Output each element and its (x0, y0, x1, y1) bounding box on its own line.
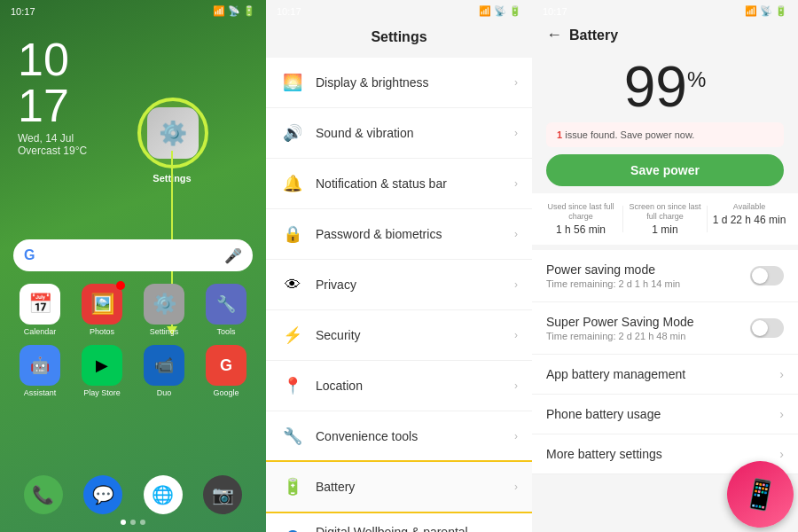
app-tools[interactable]: 🔧 Tools (200, 284, 253, 336)
settings-time: 10:17 (277, 6, 301, 17)
sound-label: Sound & vibration (316, 126, 514, 140)
settings-item-battery[interactable]: 🔋 Battery › Battery (266, 462, 532, 512)
stat-screen: Screen on since last full charge 1 min (623, 202, 707, 236)
display-chevron: › (514, 76, 518, 89)
digital-label: Digital Wellbeing & parental controls (316, 525, 514, 532)
privacy-icon: 👁 (280, 272, 305, 297)
display-icon: 🌅 (280, 70, 305, 95)
password-chevron: › (514, 228, 518, 240)
dock-camera[interactable]: 📷 (203, 475, 242, 514)
dot-1 (121, 520, 126, 525)
settings-item-convenience[interactable]: 🔧 Convenience tools › (266, 411, 532, 462)
s-signal-icon: 📶 (479, 5, 491, 17)
battery-list-label: Battery (316, 480, 514, 494)
settings-item-security[interactable]: ⚡ Security › (266, 310, 532, 361)
settings-item-sound[interactable]: 🔊 Sound & vibration › (266, 108, 532, 159)
app-photos[interactable]: 🖼️ Photos (75, 284, 129, 336)
mic-icon: 🎤 (224, 247, 242, 264)
stat-used: Used since last full charge 1 h 56 min (539, 202, 622, 236)
notification-icon: 🔔 (280, 171, 305, 196)
settings-app-icon[interactable]: ⚙️ (147, 107, 199, 159)
battery-stats: Used since last full charge 1 h 56 min S… (532, 193, 798, 245)
home-status-icons: 📶 📡 🔋 (213, 5, 255, 17)
page-dots (121, 520, 145, 525)
dot-2 (130, 520, 136, 525)
display-label: Display & brightness (316, 75, 514, 90)
more-settings-chevron: › (779, 447, 784, 461)
app-google[interactable]: G Google (200, 345, 253, 397)
sticker-icon: 📱 (722, 456, 798, 532)
settings-list: 🌅 Display & brightness › 🔊 Sound & vibra… (266, 58, 532, 532)
dock-phone[interactable]: 📞 (24, 475, 63, 514)
privacy-label: Privacy (316, 278, 514, 292)
b-signal-icon: 📶 (745, 5, 757, 17)
home-status-bar: 10:17 📶 📡 🔋 (0, 0, 266, 19)
location-icon: 📍 (280, 373, 305, 398)
save-power-button[interactable]: Save power (546, 154, 784, 186)
digital-icon: 👤 (280, 527, 305, 532)
home-weather: Overcast 19°C (18, 145, 248, 157)
google-g-icon: G (24, 247, 35, 263)
settings-item-password[interactable]: 🔒 Password & biometrics › (266, 209, 532, 260)
dock-chrome[interactable]: 🌐 (144, 475, 183, 514)
convenience-chevron: › (514, 430, 518, 442)
s-wifi-icon: 📡 (494, 5, 506, 17)
settings-status-bar: 10:17 📶 📡 🔋 (266, 0, 532, 19)
battery-chevron: › (514, 481, 518, 493)
phone-usage-chevron: › (779, 407, 784, 421)
app-calendar[interactable]: 📅 Calendar (13, 284, 66, 336)
percent-sign: % (687, 67, 706, 91)
convenience-icon: 🔧 (280, 424, 305, 449)
battery-percentage: 99% (532, 59, 798, 115)
back-button[interactable]: ← (546, 26, 562, 44)
option-super-saving[interactable]: Super Power Saving Mode Time remaining: … (532, 302, 798, 355)
settings-item-display[interactable]: 🌅 Display & brightness › (266, 58, 532, 108)
settings-panel: 10:17 📶 📡 🔋 Settings 🌅 Display & brightn… (266, 0, 532, 532)
settings-status-icons: 📶 📡 🔋 (479, 5, 521, 17)
battery-panel-title: Battery (569, 27, 618, 43)
search-bar[interactable]: G 🎤 (13, 239, 253, 271)
dock-messages[interactable]: 💬 (83, 475, 122, 514)
app-duo[interactable]: 📹 Duo (137, 345, 191, 397)
wifi-icon: 📡 (228, 5, 240, 17)
app-battery-chevron: › (779, 367, 784, 381)
issue-count: 1 (557, 129, 562, 140)
battery-status-icons: 📶 📡 🔋 (745, 5, 787, 17)
settings-item-location[interactable]: 📍 Location › (266, 361, 532, 411)
security-label: Security (316, 328, 514, 342)
home-screen: 10:17 📶 📡 🔋 10 17 Wed, 14 Jul Overcast 1… (0, 0, 266, 532)
home-clock: 10 17 (18, 36, 248, 129)
settings-item-digital[interactable]: 👤 Digital Wellbeing & parental controls … (266, 512, 532, 532)
app-assistant[interactable]: 🤖 Assistant (13, 345, 66, 397)
battery-percent-container: 99% (532, 50, 798, 122)
settings-panel-title: Settings (280, 29, 518, 45)
signal-icon: 📶 (213, 5, 225, 17)
notification-chevron: › (514, 177, 518, 190)
security-icon: ⚡ (280, 323, 305, 348)
option-power-saving[interactable]: Power saving mode Time remaining: 2 d 1 … (532, 250, 798, 302)
power-saving-toggle[interactable] (750, 266, 784, 286)
bottom-dock: 📞 💬 🌐 📷 (13, 475, 253, 514)
settings-item-privacy[interactable]: 👁 Privacy › (266, 260, 532, 310)
convenience-label: Convenience tools (316, 429, 514, 443)
password-label: Password & biometrics (316, 227, 514, 241)
s-battery-icon: 🔋 (509, 5, 521, 17)
super-saving-toggle[interactable] (750, 318, 784, 338)
option-app-battery[interactable]: App battery management › (532, 355, 798, 395)
battery-icon: 🔋 (243, 5, 255, 17)
home-datetime: 10 17 Wed, 14 Jul Overcast 19°C (0, 19, 266, 166)
privacy-chevron: › (514, 278, 518, 291)
app-settings-grid[interactable]: ⚙️ Settings (137, 284, 191, 336)
option-phone-usage[interactable]: Phone battery usage › (532, 395, 798, 434)
battery-panel-header: ← Battery (532, 19, 798, 50)
battery-list-icon: 🔋 (280, 474, 305, 499)
home-date: Wed, 14 Jul (18, 132, 248, 145)
settings-header: Settings (266, 19, 532, 58)
power-saving-toggle-knob (752, 268, 768, 284)
issue-banner: 1 issue found. Save power now. (546, 122, 784, 147)
home-time: 10:17 (11, 6, 35, 17)
app-playstore[interactable]: ▶ Play Store (75, 345, 129, 397)
settings-item-notification[interactable]: 🔔 Notification & status bar › (266, 159, 532, 209)
b-wifi-icon: 📡 (760, 5, 772, 17)
location-label: Location (316, 379, 514, 393)
